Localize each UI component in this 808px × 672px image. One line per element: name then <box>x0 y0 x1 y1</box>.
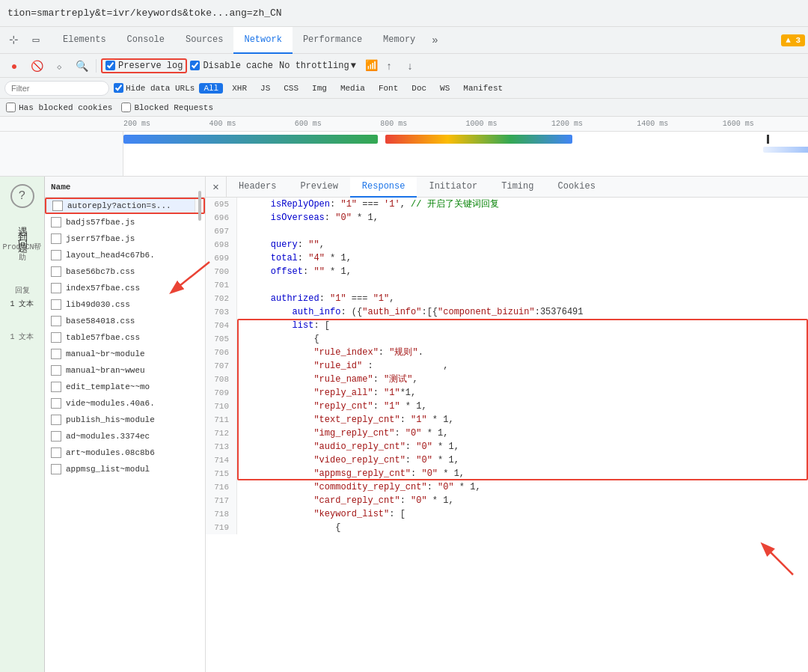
has-blocked-cookies-input[interactable] <box>6 103 16 112</box>
filter-input[interactable] <box>4 81 109 96</box>
file-item-2[interactable]: jserr57fbae.js <box>45 230 205 247</box>
file-item-6[interactable]: lib49d030.css <box>45 296 205 313</box>
tab-cookies[interactable]: Cookies <box>545 177 607 198</box>
url-text: tion=smartreply&t=ivr/keywords&toke...an… <box>7 7 282 19</box>
tab-memory[interactable]: Memory <box>373 27 426 54</box>
code-line-715: 715 "appmsg_reply_cnt": "0" * 1, <box>206 467 808 480</box>
wifi-icon: 📶 <box>365 59 378 72</box>
file-icon-1 <box>51 217 61 227</box>
blocked-requests-checkbox[interactable]: Blocked Requests <box>121 103 213 112</box>
code-line-716: 716 "commodity_reply_cnt": "0" * 1, <box>206 480 808 494</box>
file-icon-8 <box>51 332 61 343</box>
file-item-5[interactable]: index57fbae.css <box>45 280 205 296</box>
hide-data-urls-input[interactable] <box>114 83 123 93</box>
code-line-706: 706 "rule_index": "规则". <box>206 346 808 359</box>
file-item-4[interactable]: base56bc7b.css <box>45 263 205 280</box>
throttle-dropdown[interactable]: No throttling ▼ <box>276 59 359 73</box>
tab-network[interactable]: Network <box>233 27 292 54</box>
filter-type-xhr[interactable]: XHR <box>227 83 251 94</box>
file-item-8[interactable]: table57fbae.css <box>45 329 205 346</box>
filter-type-img[interactable]: Img <box>307 83 331 94</box>
code-line-707: 707 "rule_id" : , <box>206 359 808 373</box>
file-item-7[interactable]: base584018.css <box>45 313 205 329</box>
name-column-header: Name <box>51 183 70 192</box>
tick-400: 400 ms <box>209 120 294 128</box>
file-item-15[interactable]: art~modules.08c8b6 <box>45 445 205 461</box>
code-line-710: 710 "reply_cnt": "1" * 1, <box>206 400 808 413</box>
file-item-13[interactable]: publish_his~module <box>45 412 205 428</box>
file-item-3[interactable]: layout_head4c67b6. <box>45 247 205 263</box>
file-item-10[interactable]: manual~bran~wweu <box>45 362 205 379</box>
throttle-label: No throttling <box>279 61 349 71</box>
filter-type-css[interactable]: CSS <box>279 83 303 94</box>
disable-cache-input[interactable] <box>190 61 200 70</box>
record-button[interactable]: ● <box>4 56 24 76</box>
help-button[interactable]: ? <box>10 184 34 208</box>
hide-data-urls-checkbox[interactable]: Hide data URLs <box>114 83 195 93</box>
timeline-bars <box>123 132 808 176</box>
network-toolbar: ● 🚫 ⬦ 🔍 Preserve log Disable cache No th… <box>0 54 808 78</box>
file-name-5: index57fbae.css <box>66 284 140 293</box>
has-blocked-cookies-label: Has blocked cookies <box>19 103 112 112</box>
tick-1200: 1200 ms <box>551 120 637 128</box>
filter-type-font[interactable]: Font <box>374 83 403 94</box>
tab-elements[interactable]: Elements <box>52 27 117 54</box>
timeline-area: 200 ms 400 ms 600 ms 800 ms 1000 ms 1200… <box>0 117 808 177</box>
tick-1600: 1600 ms <box>723 120 808 128</box>
file-item-12[interactable]: vide~modules.40a6. <box>45 395 205 412</box>
file-icon-16 <box>51 464 61 474</box>
tab-response[interactable]: Response <box>350 177 417 198</box>
tab-console[interactable]: Console <box>117 27 175 54</box>
timeline-ruler: 200 ms 400 ms 600 ms 800 ms 1000 ms 1200… <box>0 117 808 132</box>
tab-preview[interactable]: Preview <box>288 177 349 198</box>
code-line-712: 712 "img_reply_cnt": "0" * 1, <box>206 427 808 440</box>
download-icon[interactable]: ↓ <box>400 56 420 76</box>
disable-cache-checkbox[interactable]: Disable cache <box>190 61 273 71</box>
file-item-0[interactable]: autoreply?action=s... <box>45 198 205 214</box>
tab-more-icon[interactable]: » <box>426 30 444 51</box>
file-icon-4 <box>51 266 61 277</box>
clear-button[interactable]: 🚫 <box>27 56 46 76</box>
tick-600: 600 ms <box>295 120 380 128</box>
filter-type-all[interactable]: All <box>199 83 223 94</box>
filter-type-ws[interactable]: WS <box>435 83 454 94</box>
filter-type-doc[interactable]: Doc <box>407 83 431 94</box>
has-blocked-cookies-checkbox[interactable]: Has blocked cookies <box>6 103 112 112</box>
tab-initiator[interactable]: Initiator <box>417 177 489 198</box>
filter-type-manifest[interactable]: Manifest <box>459 83 507 94</box>
code-content[interactable]: 695 isReplyOpen: "1" === '1', // 开启了关键词回… <box>206 198 808 672</box>
upload-icon[interactable]: ↑ <box>379 56 399 76</box>
file-item-9[interactable]: manual~br~module <box>45 346 205 362</box>
file-name-8: table57fbae.css <box>66 333 140 342</box>
cursor-icon[interactable]: ⊹ <box>3 30 24 51</box>
filter-type-media[interactable]: Media <box>336 83 370 94</box>
file-item-16[interactable]: appmsg_list~modul <box>45 461 205 477</box>
blocked-requests-label: Blocked Requests <box>134 103 213 112</box>
warning-badge: ▲ 3 <box>781 34 805 46</box>
file-icon-15 <box>51 448 61 458</box>
code-panel: ✕ Headers Preview Response Initiator Tim… <box>206 177 808 672</box>
devtools-tab-bar: ⊹ ▭ Elements Console Sources Network Per… <box>0 27 808 54</box>
device-icon[interactable]: ▭ <box>25 30 46 51</box>
tab-sources[interactable]: Sources <box>175 27 233 54</box>
filter-type-js[interactable]: JS <box>256 83 275 94</box>
file-item-1[interactable]: badjs57fbae.js <box>45 214 205 230</box>
preserve-log-checkbox[interactable]: Preserve log <box>101 58 187 73</box>
code-line-711: 711 "text_reply_cnt": "1" * 1, <box>206 413 808 427</box>
preserve-log-input[interactable] <box>105 61 115 70</box>
search-button[interactable]: 🔍 <box>72 56 91 76</box>
filter-button[interactable]: ⬦ <box>49 56 69 76</box>
close-panel-button[interactable]: ✕ <box>206 177 227 198</box>
blocked-requests-input[interactable] <box>121 103 131 112</box>
file-icon-7 <box>51 316 61 326</box>
throttle-arrow: ▼ <box>351 61 356 71</box>
code-line-699: 699 total: "4" * 1, <box>206 251 808 265</box>
tab-performance[interactable]: Performance <box>293 27 373 54</box>
file-item-14[interactable]: ad~modules.3374ec <box>45 428 205 445</box>
code-line-702: 702 authrized: "1" === "1", <box>206 292 808 305</box>
file-name-11: edit_template~~mo <box>66 382 150 391</box>
file-item-11[interactable]: edit_template~~mo <box>45 379 205 395</box>
tab-timing[interactable]: Timing <box>489 177 545 198</box>
file-name-7: base584018.css <box>66 317 135 326</box>
tab-headers[interactable]: Headers <box>227 177 288 198</box>
